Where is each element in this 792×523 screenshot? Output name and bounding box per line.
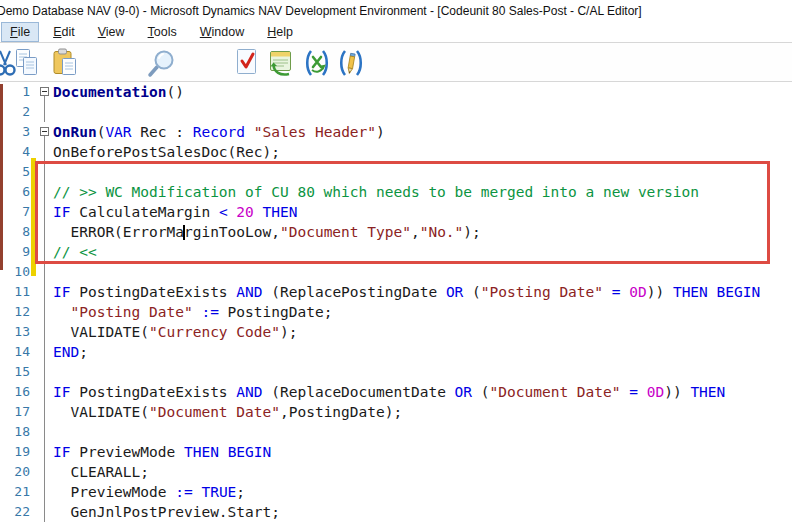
code-line-14[interactable]: 14END; [0, 342, 792, 362]
line-number: 15 [0, 362, 30, 382]
code-text: "Posting Date" := PostingDate; [53, 302, 332, 322]
code-text: CLEARALL; [53, 462, 149, 482]
menu-item-window[interactable]: Window [192, 23, 252, 41]
fold-gutter [30, 142, 53, 162]
line-number: 11 [0, 282, 30, 302]
line-number: 13 [0, 322, 30, 342]
menu-item-edit[interactable]: Edit [45, 23, 83, 41]
copy-icon[interactable] [15, 48, 47, 78]
line-number: 1 [0, 82, 30, 102]
menu-item-view[interactable]: View [90, 23, 133, 41]
fold-gutter [30, 422, 53, 442]
code-line-21[interactable]: 21 PreviewMode := TRUE; [0, 482, 792, 502]
line-number: 12 [0, 302, 30, 322]
code-line-11[interactable]: 11IF PostingDateExists AND (ReplacePosti… [0, 282, 792, 302]
code-text: END; [53, 342, 88, 362]
run-icon[interactable] [267, 48, 299, 78]
fold-gutter [30, 482, 53, 502]
fold-gutter [30, 282, 53, 302]
window-titlebar: Demo Database NAV (9-0) - Microsoft Dyna… [0, 0, 792, 22]
code-line-5[interactable]: 5 [0, 162, 792, 182]
fold-gutter [30, 322, 53, 342]
fold-gutter [30, 342, 53, 362]
fold-collapse-box[interactable] [30, 122, 53, 142]
code-text: IF CalculateMargin < 20 THEN [53, 202, 297, 222]
line-number: 18 [0, 422, 30, 442]
cal-symbol-menu-icon[interactable] [301, 48, 333, 78]
code-line-20[interactable]: 20 CLEARALL; [0, 462, 792, 482]
line-number: 20 [0, 462, 30, 482]
code-line-7[interactable]: 7IF CalculateMargin < 20 THEN [0, 202, 792, 222]
fold-gutter [30, 442, 53, 462]
code-text: IF PreviewMode THEN BEGIN [53, 442, 271, 462]
toolbar [0, 43, 792, 82]
line-number: 9 [0, 242, 30, 262]
code-text: VALIDATE("Document Date",PostingDate); [53, 402, 402, 422]
code-line-8[interactable]: 8 ERROR(ErrorMarginTooLow,"Document Type… [0, 222, 792, 242]
fold-gutter [30, 502, 53, 522]
menu-item-file[interactable]: File [2, 23, 38, 41]
code-text: // >> WC Modification of CU 80 which nee… [53, 182, 699, 202]
code-line-2[interactable]: 2 [0, 102, 792, 122]
window-title: Demo Database NAV (9-0) - Microsoft Dyna… [0, 4, 642, 18]
code-line-16[interactable]: 16IF PostingDateExists AND (ReplaceDocum… [0, 382, 792, 402]
text-caret [183, 225, 185, 240]
fold-gutter [30, 402, 53, 422]
code-line-22[interactable]: 22 GenJnlPostPreview.Start; [0, 502, 792, 522]
line-number: 16 [0, 382, 30, 402]
fold-gutter [30, 302, 53, 322]
code-text: OnRun(VAR Rec : Record "Sales Header") [53, 122, 385, 142]
code-line-18[interactable]: 18 [0, 422, 792, 442]
line-number: 19 [0, 442, 30, 462]
code-line-4[interactable]: 4OnBeforePostSalesDoc(Rec); [0, 142, 792, 162]
find-icon[interactable] [147, 48, 179, 78]
fold-gutter [30, 222, 53, 242]
line-number: 4 [0, 142, 30, 162]
code-text: ERROR(ErrorMarginTooLow,"Document Type",… [53, 222, 481, 242]
code-text: IF PostingDateExists AND (ReplaceDocumen… [53, 382, 725, 402]
fold-gutter [30, 382, 53, 402]
code-line-10[interactable]: 10 [0, 262, 792, 282]
fold-gutter [30, 462, 53, 482]
fold-gutter [30, 162, 53, 182]
line-number: 5 [0, 162, 30, 182]
fold-gutter [30, 182, 53, 202]
cal-code-editor[interactable]: 1Documentation()23OnRun(VAR Rec : Record… [0, 82, 792, 523]
line-number: 17 [0, 402, 30, 422]
compile-icon[interactable] [233, 48, 265, 78]
menu-item-help[interactable]: Help [259, 23, 301, 41]
code-line-9[interactable]: 9// << [0, 242, 792, 262]
code-text: VALIDATE("Currency Code"); [53, 322, 297, 342]
paste-icon[interactable] [52, 48, 84, 78]
code-line-6[interactable]: 6// >> WC Modification of CU 80 which ne… [0, 182, 792, 202]
fold-gutter [30, 242, 53, 262]
code-line-15[interactable]: 15 [0, 362, 792, 382]
code-line-3[interactable]: 3OnRun(VAR Rec : Record "Sales Header") [0, 122, 792, 142]
code-line-19[interactable]: 19IF PreviewMode THEN BEGIN [0, 442, 792, 462]
fold-gutter [30, 362, 53, 382]
code-line-17[interactable]: 17 VALIDATE("Document Date",PostingDate)… [0, 402, 792, 422]
cal-locals-icon[interactable] [335, 48, 367, 78]
line-number: 8 [0, 222, 30, 242]
code-line-13[interactable]: 13 VALIDATE("Currency Code"); [0, 322, 792, 342]
code-line-12[interactable]: 12 "Posting Date" := PostingDate; [0, 302, 792, 322]
line-number: 22 [0, 502, 30, 522]
menu-item-tools[interactable]: Tools [140, 23, 185, 41]
fold-gutter [30, 202, 53, 222]
fold-gutter [30, 102, 53, 122]
code-text: OnBeforePostSalesDoc(Rec); [53, 142, 280, 162]
line-number: 6 [0, 182, 30, 202]
menubar: FileEditViewToolsWindowHelp [0, 22, 792, 43]
line-number: 14 [0, 342, 30, 362]
line-number: 3 [0, 122, 30, 142]
code-line-1[interactable]: 1Documentation() [0, 82, 792, 102]
code-text: // << [53, 242, 97, 262]
line-number: 2 [0, 102, 30, 122]
line-number: 7 [0, 202, 30, 222]
line-number: 21 [0, 482, 30, 502]
fold-collapse-box[interactable] [30, 82, 53, 102]
code-text: GenJnlPostPreview.Start; [53, 502, 280, 522]
code-text: IF PostingDateExists AND (ReplacePosting… [53, 282, 760, 302]
line-number: 10 [0, 262, 30, 282]
code-lines: 1Documentation()23OnRun(VAR Rec : Record… [0, 82, 792, 522]
